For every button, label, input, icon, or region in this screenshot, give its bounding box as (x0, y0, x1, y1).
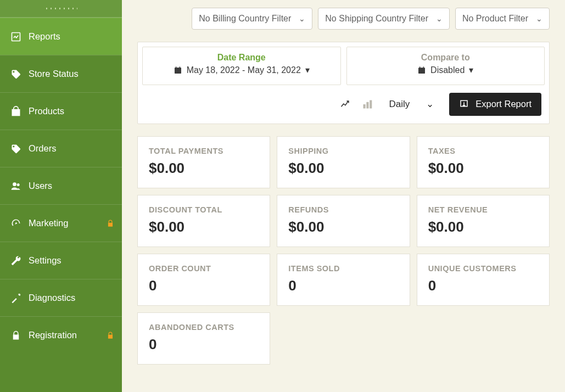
lock-icon (107, 331, 114, 340)
bag-icon (10, 105, 22, 117)
sidebar-item-products[interactable]: Products (0, 92, 122, 130)
sidebar-item-label: Orders (29, 143, 56, 154)
date-range-title: Date Range (143, 53, 340, 63)
stat-label: UNIQUE CUSTOMERS (428, 264, 538, 273)
export-label: Export Report (476, 99, 532, 109)
sidebar-item-label: Products (29, 106, 64, 116)
stat-label: SHIPPING (288, 147, 398, 155)
stat-discount-total[interactable]: DISCOUNT TOTAL$0.00 (137, 195, 270, 247)
stat-value: 0 (428, 277, 538, 294)
stat-net-revenue[interactable]: NET REVENUE$0.00 (417, 195, 550, 247)
stat-value: $0.00 (149, 160, 259, 177)
sidebar-item-label: Diagnostics (29, 293, 75, 303)
calendar-icon (174, 66, 182, 75)
sidebar-item-label: Registration (29, 330, 77, 340)
product-filter[interactable]: No Product Filter ⌄ (455, 8, 550, 30)
svg-rect-10 (363, 104, 366, 109)
sidebar-item-label: Reports (29, 31, 60, 42)
main-content: No Billing Country Filter ⌄ No Shipping … (122, 0, 565, 392)
svg-rect-7 (418, 68, 425, 74)
stat-label: TAXES (428, 147, 538, 155)
date-range-picker[interactable]: Date Range May 18, 2022 - May 31, 2022 ▾ (142, 47, 341, 85)
sidebar-item-marketing[interactable]: Marketing (0, 204, 122, 242)
svg-rect-12 (370, 100, 372, 108)
sidebar-item-diagnostics[interactable]: Diagnostics (0, 279, 122, 316)
chevron-down-icon: ⌄ (426, 98, 434, 110)
svg-rect-5 (176, 66, 176, 68)
sidebar-item-label: Store Status (29, 69, 79, 79)
frequency-value: Daily (389, 99, 410, 110)
gauge-icon (10, 217, 22, 229)
stat-value: $0.00 (428, 219, 538, 236)
stat-abandoned-carts[interactable]: ABANDONED CARTS0 (137, 312, 270, 365)
wrench-icon (10, 255, 22, 267)
lock-icon (10, 329, 22, 341)
frequency-select[interactable]: Daily ⌄ (389, 98, 434, 110)
shipping-country-filter[interactable]: No Shipping Country Filter ⌄ (318, 8, 450, 30)
caret-down-icon: ▾ (305, 65, 310, 75)
export-icon (459, 99, 469, 109)
sidebar-item-label: Settings (29, 255, 61, 266)
reports-icon (10, 31, 22, 43)
filter-label: No Product Filter (462, 14, 528, 24)
line-chart-view-icon[interactable] (339, 98, 351, 110)
filter-bar: No Billing Country Filter ⌄ No Shipping … (137, 8, 550, 30)
stat-value: $0.00 (288, 219, 398, 236)
stat-order-count[interactable]: ORDER COUNT0 (137, 254, 270, 306)
sidebar: Reports Store Status Products Orders Use… (0, 0, 122, 392)
stat-value: 0 (149, 277, 259, 294)
sidebar-item-label: Marketing (29, 218, 68, 228)
stat-refunds[interactable]: REFUNDS$0.00 (277, 195, 410, 247)
stat-shipping[interactable]: SHIPPING$0.00 (277, 136, 410, 188)
tag-icon (10, 143, 22, 155)
stat-label: NET REVENUE (428, 205, 538, 214)
stat-value: 0 (149, 336, 259, 353)
sidebar-item-registration[interactable]: Registration (0, 316, 122, 354)
stat-label: ORDER COUNT (149, 264, 259, 273)
stat-value: $0.00 (428, 160, 538, 177)
stat-total-payments[interactable]: TOTAL PAYMENTS$0.00 (137, 136, 270, 188)
svg-rect-4 (175, 68, 181, 69)
sidebar-item-orders[interactable]: Orders (0, 130, 122, 167)
stat-value: $0.00 (288, 160, 398, 177)
tag-icon (10, 68, 22, 80)
filter-label: No Shipping Country Filter (325, 14, 428, 24)
svg-rect-11 (367, 102, 369, 108)
chevron-down-icon: ⌄ (536, 14, 542, 23)
export-report-button[interactable]: Export Report (449, 93, 541, 116)
svg-rect-8 (419, 66, 420, 68)
drag-handle-icon[interactable] (0, 0, 122, 18)
stat-label: DISCOUNT TOTAL (149, 205, 259, 214)
svg-point-1 (13, 182, 16, 186)
svg-rect-6 (179, 66, 180, 68)
sidebar-item-label: Users (29, 181, 52, 191)
stat-taxes[interactable]: TAXES$0.00 (417, 136, 550, 188)
stat-label: ABANDONED CARTS (149, 323, 259, 332)
bar-chart-view-icon[interactable] (361, 98, 373, 110)
caret-down-icon: ▾ (469, 65, 473, 75)
lock-icon (107, 219, 114, 228)
billing-country-filter[interactable]: No Billing Country Filter ⌄ (192, 8, 312, 30)
chevron-down-icon: ⌄ (299, 14, 305, 23)
filter-label: No Billing Country Filter (199, 14, 291, 24)
date-range-value: May 18, 2022 - May 31, 2022 (187, 65, 301, 75)
svg-rect-9 (423, 66, 424, 68)
range-panel: Date Range May 18, 2022 - May 31, 2022 ▾… (137, 42, 550, 124)
stat-value: $0.00 (149, 219, 259, 236)
chevron-down-icon: ⌄ (436, 14, 443, 23)
svg-point-2 (17, 183, 20, 186)
sidebar-item-reports[interactable]: Reports (0, 18, 122, 55)
stat-label: ITEMS SOLD (288, 264, 398, 273)
calendar-icon (417, 66, 426, 75)
stat-unique-customers[interactable]: UNIQUE CUSTOMERS0 (417, 254, 550, 306)
stats-grid: TOTAL PAYMENTS$0.00 SHIPPING$0.00 TAXES$… (137, 136, 550, 365)
sidebar-item-users[interactable]: Users (0, 167, 122, 204)
compare-value: Disabled (430, 65, 465, 75)
sidebar-item-settings[interactable]: Settings (0, 242, 122, 279)
stat-label: REFUNDS (288, 205, 398, 214)
stat-value: 0 (288, 277, 398, 294)
sidebar-item-store-status[interactable]: Store Status (0, 55, 122, 92)
stat-label: TOTAL PAYMENTS (149, 147, 259, 155)
stat-items-sold[interactable]: ITEMS SOLD0 (277, 254, 410, 306)
compare-picker[interactable]: Compare to Disabled ▾ (346, 47, 545, 85)
